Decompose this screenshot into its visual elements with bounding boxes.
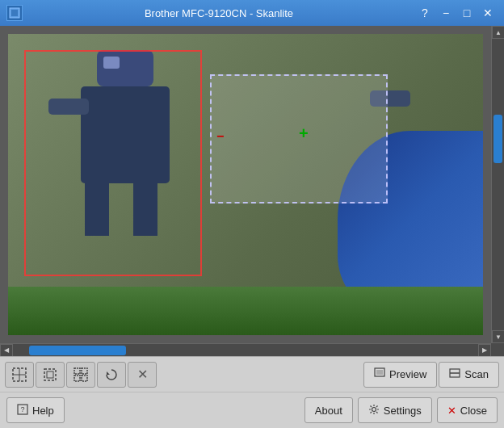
close-dialog-button[interactable]: ✕ Close <box>437 397 498 423</box>
titlebar: Brother MFC-9120CN - Skanlite ? − □ ✕ <box>0 0 504 26</box>
main-content: ▲ ▼ ◀ ▶ <box>0 26 504 356</box>
svg-rect-7 <box>74 368 80 374</box>
scan-label: Scan <box>464 368 489 380</box>
scan-icon <box>449 367 460 381</box>
help-icon: ? <box>17 404 28 418</box>
svg-rect-9 <box>74 376 80 381</box>
about-button[interactable]: About <box>304 397 353 423</box>
canvas-scroll-area: − + <box>0 26 491 343</box>
window-title: Brother MFC-9120CN - Skanlite <box>23 7 415 19</box>
scroll-down-button[interactable]: ▼ <box>492 330 504 343</box>
maximize-button[interactable]: □ <box>457 5 477 21</box>
scrollbar-corner <box>491 343 504 356</box>
scroll-left-button[interactable]: ◀ <box>0 344 13 357</box>
svg-rect-1 <box>11 10 18 16</box>
app-icon <box>6 5 23 21</box>
help-label: Help <box>32 405 54 417</box>
svg-rect-5 <box>44 369 56 380</box>
svg-marker-11 <box>107 371 110 375</box>
scrollbar-vertical[interactable]: ▲ ▼ <box>491 26 504 343</box>
artwork-background <box>8 34 483 335</box>
help-dialog-button[interactable]: ? Help <box>6 397 65 423</box>
preview-button[interactable]: Preview <box>363 362 437 388</box>
svg-rect-13 <box>376 370 383 375</box>
preview-label: Preview <box>389 368 426 380</box>
svg-text:?: ? <box>20 405 24 413</box>
select-all-icon <box>12 367 27 382</box>
scroll-vertical-thumb[interactable] <box>494 115 502 163</box>
help-button[interactable]: ? <box>415 5 435 21</box>
preview-icon <box>374 367 385 381</box>
window-controls: ? − □ ✕ <box>415 5 498 21</box>
blue-mountain <box>338 131 483 308</box>
rotate-icon <box>104 367 119 382</box>
scan-image-container: − + <box>8 34 483 335</box>
close-label: Close <box>460 405 487 417</box>
svg-rect-6 <box>47 371 53 378</box>
select-region-icon <box>43 367 57 382</box>
scroll-up-button[interactable]: ▲ <box>492 26 504 39</box>
select-all-button[interactable] <box>5 362 34 388</box>
scan-button[interactable]: Scan <box>439 362 499 388</box>
select-region-button[interactable] <box>36 362 65 388</box>
scrollbar-horizontal[interactable]: ◀ ▶ <box>0 343 491 356</box>
robot-arm-right <box>370 90 410 107</box>
settings-label: Settings <box>384 405 422 417</box>
settings-icon <box>368 404 380 418</box>
rotate-button[interactable] <box>97 362 126 388</box>
green-ground <box>8 287 483 335</box>
svg-rect-8 <box>82 368 87 374</box>
scroll-right-button[interactable]: ▶ <box>478 344 491 357</box>
settings-button[interactable]: Settings <box>358 397 432 423</box>
delete-icon: ✕ <box>137 367 148 382</box>
scan-image: − + <box>8 34 483 335</box>
auto-select-button[interactable] <box>66 362 95 388</box>
robot-body <box>81 86 170 183</box>
robot-leg-left <box>85 179 109 236</box>
auto-select-icon <box>74 367 88 382</box>
robot-arm-left <box>48 99 89 115</box>
robot-leg-right <box>133 179 158 236</box>
close-button[interactable]: ✕ <box>478 5 498 21</box>
about-label: About <box>315 405 342 417</box>
close-icon: ✕ <box>447 405 456 417</box>
scroll-horizontal-thumb[interactable] <box>29 346 126 355</box>
titlebar-left <box>6 5 23 21</box>
robot-head <box>97 50 153 86</box>
scroll-horizontal-track[interactable] <box>13 344 478 356</box>
toolbar-row-1: ✕ Preview Scan <box>0 357 504 392</box>
toolbar-row-2: ? Help About Settings ✕ Close <box>0 392 504 428</box>
canvas-area[interactable]: ▲ ▼ ◀ ▶ <box>0 26 504 356</box>
delete-selection-button[interactable]: ✕ <box>128 362 157 388</box>
svg-rect-10 <box>82 376 87 381</box>
svg-point-18 <box>372 407 376 411</box>
minimize-button[interactable]: − <box>436 5 456 21</box>
bottom-toolbar: ✕ Preview Scan <box>0 356 504 428</box>
